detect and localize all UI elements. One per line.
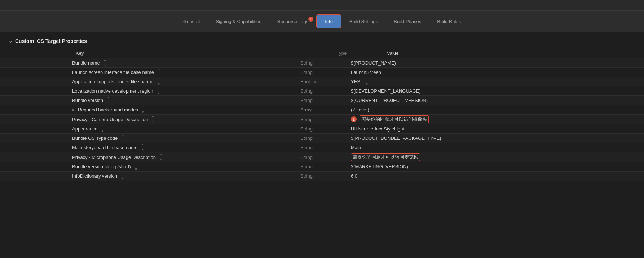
value-text-7: UIUserInterfaceStyleLight [351, 126, 404, 132]
col-type-6: String [300, 117, 344, 122]
col-type-10: String [300, 155, 344, 160]
header-value: Value [380, 50, 644, 56]
table-row[interactable]: Bundle OS Type code⌃⌅String$(PRODUCT_BUN… [0, 134, 644, 143]
key-stepper-5[interactable]: ⌃⌅ [142, 106, 145, 114]
col-key-11: Bundle version string (short)⌃⌅ [0, 163, 300, 170]
col-type-9: String [300, 145, 344, 150]
col-key-0: Bundle name⌃⌅ [0, 59, 300, 67]
key-label-1: Launch screen interface file base name [72, 70, 154, 75]
col-value-12: 6.0 [344, 173, 644, 179]
col-type-7: String [300, 126, 344, 132]
tab-info[interactable]: Info [316, 14, 341, 28]
table-row[interactable]: InfoDictionary version⌃⌅String6.0 [0, 172, 644, 181]
table-row[interactable]: Main storyboard file base name⌃⌅StringMa… [0, 143, 644, 152]
key-label-8: Bundle OS Type code [72, 135, 118, 141]
table-row[interactable]: Privacy - Camera Usage Description⌃⌅Stri… [0, 115, 644, 124]
col-value-2: YES⌃⌅ [344, 78, 644, 85]
key-label-12: InfoDictionary version [72, 173, 117, 179]
value-text-12: 6.0 [351, 173, 357, 179]
col-key-10: Privacy - Microphone Usage Description⌃⌅ [0, 154, 300, 161]
value-text-0: $(PRODUCT_NAME) [351, 60, 396, 66]
value-text-3: $(DEVELOPMENT_LANGUAGE) [351, 88, 421, 94]
table-row[interactable]: Appearance⌃⌅StringUIUserInterfaceStyleLi… [0, 124, 644, 134]
tab-build-settings[interactable]: Build Settings [341, 15, 386, 28]
key-stepper-3[interactable]: ⌃⌅ [157, 88, 160, 95]
key-label-7: Appearance [72, 126, 97, 132]
table-row[interactable]: Bundle version⌃⌅String$(CURRENT_PROJECT_… [0, 96, 644, 105]
tab-signing[interactable]: Signing & Capabilities [208, 15, 269, 28]
tab-resource-tags[interactable]: Resource Tags1 [269, 15, 316, 28]
col-type-2: Boolean [300, 79, 344, 84]
value-text-9: Main [351, 145, 361, 150]
value-text-10: 需要你的同意才可以访问麦克风 [351, 153, 420, 161]
key-stepper-0[interactable]: ⌃⌅ [103, 59, 106, 67]
header-type: Type [336, 50, 380, 56]
key-label-3: Localization native development region [72, 88, 153, 94]
table-row[interactable]: Localization native development region⌃⌅… [0, 86, 644, 96]
key-stepper-2[interactable]: ⌃⌅ [157, 78, 160, 85]
section-chevron[interactable]: ⌄ [9, 39, 12, 44]
col-value-8: $(PRODUCT_BUNDLE_PACKAGE_TYPE) [344, 135, 644, 141]
key-label-9: Main storyboard file base name [72, 145, 137, 150]
col-value-9: Main [344, 145, 644, 150]
key-stepper-7[interactable]: ⌃⌅ [101, 125, 104, 133]
tab-build-phases[interactable]: Build Phases [386, 15, 429, 28]
value-text-5: (2 items) [351, 107, 369, 112]
section-title: Custom iOS Target Properties [15, 38, 87, 44]
col-key-12: InfoDictionary version⌃⌅ [0, 173, 300, 180]
top-bar [0, 0, 644, 11]
section-header: ⌄ Custom iOS Target Properties [0, 32, 644, 48]
col-type-1: String [300, 70, 344, 75]
col-value-0: $(PRODUCT_NAME) [344, 60, 644, 66]
key-stepper-9[interactable]: ⌃⌅ [141, 144, 144, 151]
col-key-6: Privacy - Camera Usage Description⌃⌅ [0, 116, 300, 123]
table-row[interactable]: Application supports iTunes file sharing… [0, 77, 644, 86]
value-text-1: LaunchScreen [351, 70, 381, 75]
col-value-7: UIUserInterfaceStyleLight [344, 126, 644, 132]
key-stepper-12[interactable]: ⌃⌅ [121, 173, 124, 180]
col-type-3: String [300, 88, 344, 94]
value-text-2: YES [351, 79, 360, 84]
col-type-4: String [300, 98, 344, 103]
tab-build-rules[interactable]: Build Rules [429, 15, 469, 28]
col-value-1: LaunchScreen [344, 70, 644, 75]
key-stepper-1[interactable]: ⌃⌅ [158, 69, 160, 76]
key-stepper-11[interactable]: ⌃⌅ [134, 163, 137, 170]
key-label-11: Bundle version string (short) [72, 164, 131, 169]
key-stepper-10[interactable]: ⌃⌅ [159, 154, 162, 161]
table-row[interactable]: Bundle name⌃⌅String$(PRODUCT_NAME) [0, 58, 644, 68]
header-key: Key [72, 50, 336, 56]
col-type-0: String [300, 60, 344, 66]
col-type-11: String [300, 164, 344, 169]
col-value-11: $(MARKETING_VERSION) [344, 164, 644, 169]
col-value-6: 2需要你的同意才可以访问摄像头 [344, 115, 644, 123]
tab-general[interactable]: General [175, 15, 208, 28]
key-stepper-6[interactable]: ⌃⌅ [151, 116, 154, 123]
table-row[interactable]: Launch screen interface file base name⌃⌅… [0, 68, 644, 77]
key-stepper-8[interactable]: ⌃⌅ [121, 135, 124, 142]
col-type-12: String [300, 173, 344, 179]
rows-container: Bundle name⌃⌅String$(PRODUCT_NAME)Launch… [0, 58, 644, 181]
table-row[interactable]: Bundle version string (short)⌃⌅String$(M… [0, 162, 644, 172]
col-type-5: Array [300, 107, 344, 112]
expand-arrow-5[interactable]: ▶ [72, 108, 75, 112]
value-stepper-2[interactable]: ⌃⌅ [365, 78, 368, 85]
col-type-8: String [300, 135, 344, 141]
col-key-5: ▶Required background modes⌃⌅ [0, 106, 300, 114]
key-label-4: Bundle version [72, 98, 103, 103]
col-key-4: Bundle version⌃⌅ [0, 97, 300, 104]
col-key-2: Application supports iTunes file sharing… [0, 78, 300, 85]
table-row[interactable]: ▶Required background modes⌃⌅Array(2 item… [0, 105, 644, 115]
col-value-10: 需要你的同意才可以访问麦克风 [344, 153, 644, 161]
col-value-3: $(DEVELOPMENT_LANGUAGE) [344, 88, 644, 94]
table-row[interactable]: Privacy - Microphone Usage Description⌃⌅… [0, 152, 644, 162]
col-value-5: (2 items) [344, 107, 644, 112]
col-key-8: Bundle OS Type code⌃⌅ [0, 135, 300, 142]
value-text-8: $(PRODUCT_BUNDLE_PACKAGE_TYPE) [351, 135, 441, 141]
value-text-4: $(CURRENT_PROJECT_VERSION) [351, 98, 428, 103]
col-key-1: Launch screen interface file base name⌃⌅ [0, 69, 300, 76]
key-stepper-4[interactable]: ⌃⌅ [107, 97, 110, 104]
col-value-4: $(CURRENT_PROJECT_VERSION) [344, 98, 644, 103]
col-key-3: Localization native development region⌃⌅ [0, 88, 300, 95]
col-key-9: Main storyboard file base name⌃⌅ [0, 144, 300, 151]
